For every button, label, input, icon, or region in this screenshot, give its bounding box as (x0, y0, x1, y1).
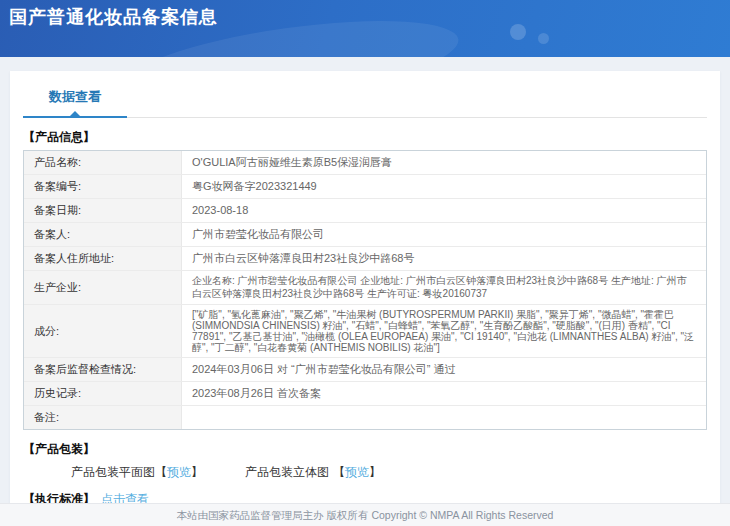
header-decoration-circle-small (538, 33, 549, 44)
header-decoration-circle (510, 24, 526, 40)
row-label: 产品名称: (24, 151, 182, 174)
row-value: 广州市白云区钟落潭良田村23社良沙中路68号 (182, 247, 706, 270)
row-label: 历史记录: (24, 382, 182, 405)
package-preview-line: 产品包装平面图【预览】 产品包装立体图【预览】 (71, 464, 707, 481)
row-label: 备案人: (24, 223, 182, 246)
row-value: 2023年08月26日 首次备案 (182, 382, 706, 405)
row-value: 企业名称: 广州市碧莹化妆品有限公司 企业地址: 广州市白云区钟落潭良田村23社… (182, 271, 706, 304)
tab-active-indicator (70, 111, 80, 116)
table-row: 备案后监督检查情况: 2024年03月06日 对 “广州市碧莹化妆品有限公司” … (24, 358, 706, 382)
row-label: 成分: (24, 305, 182, 357)
row-value: ["矿脂", "氢化蓖麻油", "聚乙烯", "牛油果树 (BUTYROSPER… (182, 305, 706, 357)
table-row: 备案编号: 粤G妆网备字2023321449 (24, 175, 706, 199)
package-flat-label: 产品包装平面图 (71, 465, 155, 479)
row-value: 2024年03月06日 对 “广州市碧莹化妆品有限公司” 通过 (182, 358, 706, 381)
package-flat-item: 产品包装平面图【预览】 (71, 464, 203, 481)
table-row: 备案日期: 2023-08-18 (24, 199, 706, 223)
tab-bar: 数据查看 (23, 71, 707, 118)
table-row: 历史记录: 2023年08月26日 首次备案 (24, 382, 706, 406)
product-info-table: 产品名称: O'GULIA阿古丽娅维生素原B5保湿润唇膏 备案编号: 粤G妆网备… (23, 150, 707, 430)
table-row: 生产企业: 企业名称: 广州市碧莹化妆品有限公司 企业地址: 广州市白云区钟落潭… (24, 271, 706, 305)
bracket-close: 】 (369, 465, 381, 479)
row-label: 备注: (24, 406, 182, 429)
page-title: 国产普通化妆品备案信息 (9, 5, 218, 29)
table-row: 备案人: 广州市碧莹化妆品有限公司 (24, 223, 706, 247)
row-label: 备案人住所地址: (24, 247, 182, 270)
table-row: 产品名称: O'GULIA阿古丽娅维生素原B5保湿润唇膏 (24, 151, 706, 175)
row-value (182, 406, 706, 429)
tab-data-view-label: 数据查看 (49, 89, 101, 104)
table-row: 备案人住所地址: 广州市白云区钟落潭良田村23社良沙中路68号 (24, 247, 706, 271)
table-row: 备注: (24, 406, 706, 429)
bracket-close: 】 (191, 465, 203, 479)
row-label: 生产企业: (24, 271, 182, 304)
page-footer: 本站由国家药品监督管理局主办 版权所有 Copyright © NMPA All… (0, 503, 730, 526)
section-heading-product-info: 【产品信息】 (23, 130, 707, 145)
row-label: 备案编号: (24, 175, 182, 198)
package-stereo-preview-link[interactable]: 预览 (345, 465, 369, 479)
tab-data-view[interactable]: 数据查看 (23, 88, 127, 118)
content-card: 数据查看 【产品信息】 产品名称: O'GULIA阿古丽娅维生素原B5保湿润唇膏… (10, 71, 720, 526)
package-stereo-item: 产品包装立体图【预览】 (245, 464, 381, 481)
row-value: 广州市碧莹化妆品有限公司 (182, 223, 706, 246)
bracket-open: 【 (155, 465, 167, 479)
package-stereo-label: 产品包装立体图 (245, 465, 329, 479)
package-flat-preview-link[interactable]: 预览 (167, 465, 191, 479)
row-label: 备案日期: (24, 199, 182, 222)
row-value: 2023-08-18 (182, 199, 706, 222)
row-label: 备案后监督检查情况: (24, 358, 182, 381)
row-value: 粤G妆网备字2023321449 (182, 175, 706, 198)
section-heading-product-package: 【产品包装】 (23, 442, 707, 457)
page-header: 国产普通化妆品备案信息 (0, 0, 730, 57)
row-value: O'GULIA阿古丽娅维生素原B5保湿润唇膏 (182, 151, 706, 174)
table-row: 成分: ["矿脂", "氢化蓖麻油", "聚乙烯", "牛油果树 (BUTYRO… (24, 305, 706, 358)
bracket-open: 【 (333, 465, 345, 479)
copyright-text: 本站由国家药品监督管理局主办 版权所有 Copyright © NMPA All… (177, 509, 554, 521)
